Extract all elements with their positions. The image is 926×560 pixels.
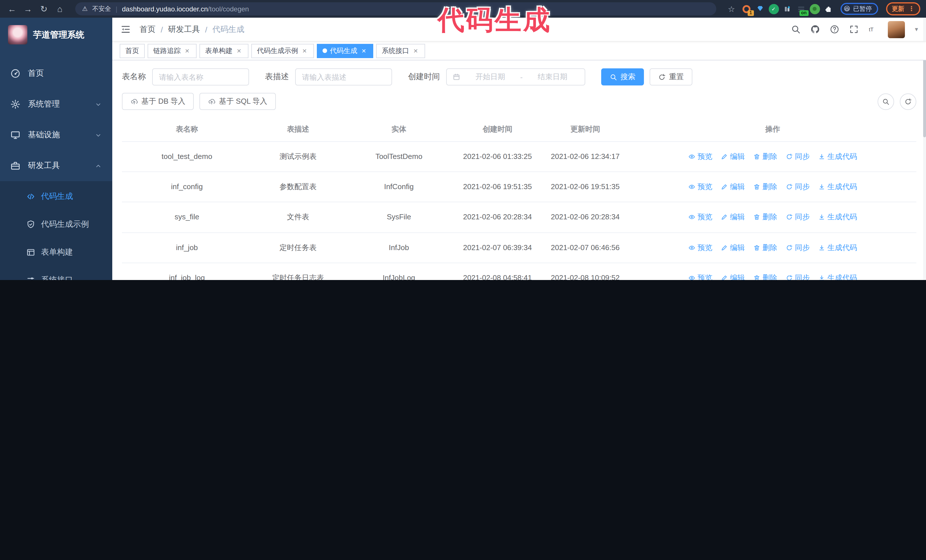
extensions-puzzle-icon[interactable] <box>823 4 834 14</box>
scrollbar-thumb[interactable] <box>923 52 926 137</box>
browser-update-button[interactable]: 更新 ⋮ <box>886 2 920 15</box>
user-caret-down-icon[interactable]: ▾ <box>915 26 918 33</box>
import-sql-button[interactable]: 基于 SQL 导入 <box>200 93 276 110</box>
sync-link[interactable]: 同步 <box>786 211 810 223</box>
sidebar-item-home[interactable]: 首页 <box>0 58 112 89</box>
date-range-picker[interactable]: 开始日期 - 结束日期 <box>446 68 585 86</box>
sync-icon <box>786 275 793 280</box>
import-db-button[interactable]: 基于 DB 导入 <box>122 93 194 110</box>
browser-back-icon[interactable]: ← <box>6 3 18 15</box>
edit-link[interactable]: 编辑 <box>721 151 745 162</box>
toggle-search-circle-button[interactable] <box>878 93 894 110</box>
breadcrumb-home[interactable]: 首页 <box>139 24 156 35</box>
end-date-placeholder[interactable]: 结束日期 <box>526 72 579 82</box>
preview-link[interactable]: 预览 <box>688 272 712 280</box>
delete-link[interactable]: 删除 <box>754 242 777 253</box>
edit-link[interactable]: 编辑 <box>721 242 745 253</box>
table-name-input[interactable] <box>152 68 249 86</box>
paused-extension-pill[interactable]: 😆 已暂停 <box>840 3 878 15</box>
github-icon[interactable] <box>811 24 820 34</box>
search-button[interactable]: 搜索 <box>601 68 644 86</box>
generate-code-link[interactable]: 生成代码 <box>818 181 857 193</box>
generate-code-link[interactable]: 生成代码 <box>818 242 857 253</box>
code-icon <box>26 192 35 201</box>
search-icon[interactable] <box>791 24 801 34</box>
col-header-table-name: 表名称 <box>122 124 252 135</box>
sidebar-item-devtools[interactable]: 研发工具 <box>0 150 112 181</box>
extension-monkey-icon[interactable] <box>809 4 820 14</box>
delete-link[interactable]: 删除 <box>754 211 777 223</box>
sidebar-item-codegen-example[interactable]: 代码生成示例 <box>0 210 112 238</box>
reset-button[interactable]: 重置 <box>650 68 692 86</box>
sync-link[interactable]: 同步 <box>786 242 810 253</box>
browser-reload-icon[interactable]: ↻ <box>38 3 50 15</box>
table-desc-input[interactable] <box>295 68 392 86</box>
security-label[interactable]: 不安全 <box>92 5 111 13</box>
sidebar-item-label: 代码生成示例 <box>41 219 89 229</box>
generate-code-link[interactable]: 生成代码 <box>818 272 857 280</box>
close-icon[interactable]: ✕ <box>235 47 243 54</box>
preview-link[interactable]: 预览 <box>688 181 712 193</box>
cell-create-time: 2021-02-06 20:28:34 <box>454 211 541 223</box>
sidebar-item-form-builder[interactable]: 表单构建 <box>0 238 112 266</box>
table-header-row: 表名称 表描述 实体 创建时间 更新时间 操作 <box>122 117 916 142</box>
browser-home-icon[interactable]: ⌂ <box>54 3 66 15</box>
edit-link[interactable]: 编辑 <box>721 211 745 223</box>
font-size-icon[interactable] <box>869 24 878 34</box>
preview-link[interactable]: 预览 <box>688 211 712 223</box>
tab-tracing[interactable]: 链路追踪✕ <box>148 44 197 58</box>
browser-forward-icon[interactable]: → <box>22 3 34 15</box>
sidebar-item-system[interactable]: 系统管理 <box>0 89 112 120</box>
sidebar-item-codegen[interactable]: 代码生成 <box>0 182 112 210</box>
tab-system-api[interactable]: 系统接口✕ <box>376 44 425 58</box>
address-divider: | <box>116 5 117 13</box>
eye-icon <box>688 153 695 160</box>
table-row: inf_job_log 定时任务日志表 InfJobLog 2021-02-08… <box>122 263 916 280</box>
action-label: 编辑 <box>730 181 745 193</box>
breadcrumb-devtools[interactable]: 研发工具 <box>168 24 200 35</box>
cell-entity: InfJob <box>344 242 454 253</box>
action-label: 编辑 <box>730 151 745 162</box>
tab-codegen[interactable]: 代码生成✕ <box>317 44 373 58</box>
help-icon[interactable] <box>830 24 840 34</box>
tab-form-builder[interactable]: 表单构建✕ <box>200 44 248 58</box>
edit-link[interactable]: 编辑 <box>721 181 745 193</box>
close-icon[interactable]: ✕ <box>360 47 368 54</box>
cell-actions: 预览 编辑 删除 同步 生成代码 <box>629 181 916 193</box>
sidebar-item-infra[interactable]: 基础设施 <box>0 120 112 150</box>
delete-link[interactable]: 删除 <box>754 181 777 193</box>
generate-code-link[interactable]: 生成代码 <box>818 211 857 223</box>
sync-link[interactable]: 同步 <box>786 181 810 193</box>
preview-link[interactable]: 预览 <box>688 151 712 162</box>
close-icon[interactable]: ✕ <box>412 47 419 54</box>
refresh-circle-button[interactable] <box>900 93 916 110</box>
tab-codegen-example[interactable]: 代码生成示例✕ <box>251 44 314 58</box>
sidebar-fold-icon[interactable] <box>120 24 131 35</box>
sync-link[interactable]: 同步 <box>786 151 810 162</box>
app-title: 芋道管理系统 <box>33 29 84 40</box>
user-avatar[interactable] <box>888 21 905 38</box>
start-date-placeholder[interactable]: 开始日期 <box>464 72 517 82</box>
trash-icon <box>754 214 760 221</box>
close-icon[interactable]: ✕ <box>183 47 191 54</box>
kebab-menu-icon[interactable]: ⋮ <box>908 5 915 12</box>
fullscreen-icon[interactable] <box>849 24 859 34</box>
address-bar[interactable]: ⚠ 不安全 | dashboard.yudao.iocoder.cn/tool/… <box>75 2 716 15</box>
sidebar-item-system-api[interactable]: 系统接口 <box>0 266 112 280</box>
extension-green-check-icon[interactable]: ✓ <box>769 4 779 14</box>
tab-home[interactable]: 首页 <box>120 44 145 58</box>
extension-rows-icon[interactable]: on <box>796 4 806 14</box>
edit-link[interactable]: 编辑 <box>721 272 745 280</box>
sync-link[interactable]: 同步 <box>786 272 810 280</box>
close-icon[interactable]: ✕ <box>301 47 308 54</box>
col-header-update-time: 更新时间 <box>541 124 629 135</box>
extension-columns-icon[interactable] <box>782 4 792 14</box>
preview-link[interactable]: 预览 <box>688 242 712 253</box>
extension-gem-icon[interactable] <box>755 4 765 14</box>
generate-code-link[interactable]: 生成代码 <box>818 151 857 162</box>
bookmark-star-icon[interactable]: ☆ <box>725 3 738 15</box>
extension-badge: 1 <box>747 10 754 16</box>
delete-link[interactable]: 删除 <box>754 272 777 280</box>
extension-orange-icon[interactable]: 1 <box>741 4 751 14</box>
delete-link[interactable]: 删除 <box>754 151 777 162</box>
